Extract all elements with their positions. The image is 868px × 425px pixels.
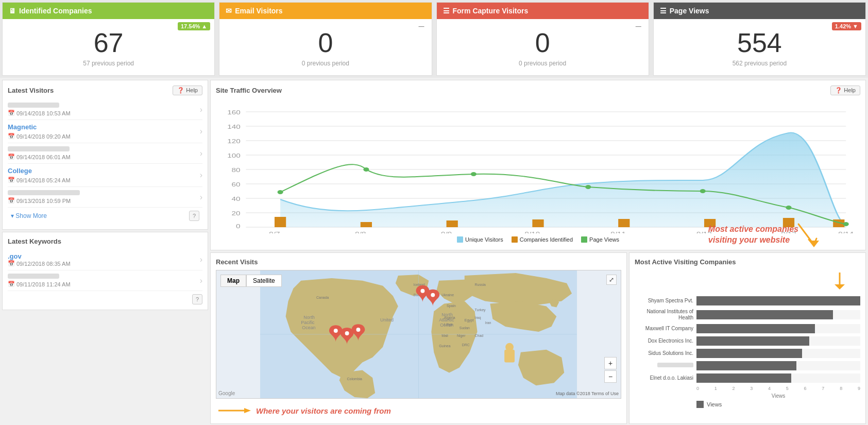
visitor-item[interactable]: Magnetic 📅 09/14/2018 09:20 AM ›	[8, 120, 202, 143]
card-title-email-visitors: Email Visitors	[235, 7, 282, 15]
svg-text:9/8: 9/8	[355, 231, 366, 233]
card-icon-identified-companies: 🖥	[9, 7, 16, 15]
card-title-form-capture: Form Capture Visitors	[453, 7, 529, 15]
latest-visitors-title: Latest Visitors ❓ Help	[8, 86, 202, 95]
svg-text:60: 60	[232, 181, 241, 188]
map-svg: North Pacific Ocean United North Atlanti…	[216, 270, 621, 398]
card-sub-page-views: 562 previous period	[662, 60, 857, 67]
question-mark-icon[interactable]: ?	[189, 211, 199, 221]
visitor-item[interactable]: 📅 09/14/2018 06:01 AM ›	[8, 143, 202, 164]
visitor-item[interactable]: College 📅 09/14/2018 05:24 AM ›	[8, 164, 202, 187]
zoom-in-button[interactable]: +	[604, 357, 617, 369]
card-badge-email-visitors: —	[416, 22, 428, 30]
legend-label-companies: Companies Identified	[520, 236, 573, 243]
legend-dot-orange	[512, 236, 518, 243]
card-badge-identified-companies: 17.54% ▲	[178, 22, 210, 30]
visitor-date: 📅 09/14/2018 10:53 AM	[8, 110, 200, 116]
axis-tick: 5	[786, 386, 789, 391]
visitor-date: 📅 09/14/2018 05:24 AM	[8, 177, 200, 183]
svg-text:Iran: Iran	[485, 321, 491, 325]
svg-point-28	[471, 172, 476, 176]
chevron-right-icon: ›	[200, 255, 202, 264]
card-header-page-views: ☰ Page Views	[654, 3, 865, 19]
card-header-identified-companies: 🖥 Identified Companies	[3, 3, 214, 19]
axis-tick: 3	[750, 386, 753, 391]
bar-fill	[696, 296, 860, 305]
visitor-info: 📅 09/14/2018 10:53 AM	[8, 103, 200, 116]
latest-visitors-panel: Latest Visitors ❓ Help 📅 09/14/2018 10:5…	[2, 80, 208, 230]
bar-row: Dox Electronics Inc.	[635, 336, 860, 346]
chevron-right-icon: ›	[200, 276, 202, 285]
svg-text:9/11: 9/11	[610, 231, 626, 233]
show-more-visitors[interactable]: ▾ Show More ?	[8, 208, 202, 224]
bar-label: National Institutes of Health	[635, 309, 696, 321]
google-logo: Google	[218, 390, 235, 396]
svg-text:160: 160	[227, 109, 240, 115]
latest-visitors-help[interactable]: ❓ Help	[173, 86, 202, 95]
bar-label	[635, 363, 696, 369]
site-traffic-help[interactable]: ❓ Help	[830, 86, 860, 95]
traffic-chart-svg: 0 20 40 60 80 100 120 140 160	[216, 99, 860, 233]
bottom-row: Recent Visits	[210, 252, 866, 424]
svg-text:100: 100	[227, 152, 240, 159]
most-active-title: Most Active Visiting Companies	[635, 258, 860, 266]
legend-companies: Companies Identified	[512, 236, 573, 243]
card-body-page-views: 1.42% ▼ 554 562 previous period	[654, 19, 865, 75]
svg-text:120: 120	[227, 138, 240, 144]
site-traffic-title: Site Traffic Overview ❓ Help	[216, 86, 860, 95]
keyword-item[interactable]: 📅 09/11/2018 11:24 AM ›	[8, 270, 202, 291]
svg-text:0: 0	[236, 223, 241, 229]
svg-point-71	[334, 329, 338, 333]
axis-tick: 7	[822, 386, 824, 391]
chevron-right-icon: ›	[200, 149, 202, 158]
keyword-info: .gov 📅 09/12/2018 08:35 AM	[8, 252, 200, 267]
visitor-name: College	[8, 167, 80, 175]
map-expand-button[interactable]: ⤢	[606, 275, 617, 285]
latest-visitors-label: Latest Visitors	[8, 87, 54, 94]
bar-label: Sidus Solutions Inc.	[635, 350, 696, 356]
card-number-form-capture: 0	[445, 28, 640, 58]
svg-text:Algeria: Algeria	[444, 316, 455, 320]
bar-row: National Institutes of Health	[635, 309, 860, 321]
axis-tick: 6	[804, 386, 807, 391]
card-badge-form-capture: —	[633, 22, 644, 30]
visitor-item[interactable]: 📅 09/14/2018 10:53 AM ›	[8, 99, 202, 120]
axis-tick: 4	[768, 386, 771, 391]
bar-fill	[696, 336, 809, 346]
svg-rect-18	[275, 217, 286, 227]
satellite-button[interactable]: Satellite	[246, 275, 282, 287]
card-body-email-visitors: — 0 0 previous period	[219, 19, 431, 75]
bar-label: Shyam Spectra Pvt.	[635, 298, 696, 304]
svg-point-27	[363, 167, 369, 172]
visitor-item[interactable]: 📅 09/13/2018 10:59 PM ›	[8, 187, 202, 208]
svg-text:Libya: Libya	[444, 322, 453, 327]
map-button[interactable]: Map	[220, 275, 246, 287]
latest-keywords-title: Latest Keywords	[8, 237, 202, 245]
svg-point-73	[356, 328, 360, 332]
map-attribution: Map data ©2018 Terms of Use	[556, 391, 619, 396]
svg-rect-20	[447, 220, 458, 227]
latest-keywords-label: Latest Keywords	[8, 237, 61, 245]
site-traffic-panel: Site Traffic Overview ❓ Help 0 20 40 60 …	[210, 80, 866, 250]
visitor-info: College 📅 09/14/2018 05:24 AM	[8, 167, 200, 183]
svg-rect-22	[618, 219, 629, 227]
keyword-info: 📅 09/11/2018 11:24 AM	[8, 274, 200, 287]
bar-track	[696, 310, 860, 319]
bar-fill	[696, 373, 791, 383]
zoom-out-button[interactable]: −	[604, 370, 617, 383]
recent-visits-label: Recent Visits	[216, 258, 258, 266]
most-active-panel: Most Active Visiting Companies Shyam Spe…	[629, 252, 866, 424]
keyword-item[interactable]: .gov 📅 09/12/2018 08:35 AM ›	[8, 249, 202, 270]
visitor-info: 📅 09/14/2018 06:01 AM	[8, 146, 200, 160]
svg-text:Mali: Mali	[441, 334, 448, 337]
keywords-question-mark[interactable]: ?	[192, 294, 202, 304]
axis-tick: 8	[840, 386, 842, 391]
legend-dot-blue	[457, 236, 463, 243]
card-header-email-visitors: ✉ Email Visitors	[219, 3, 431, 19]
bar-fill	[696, 310, 833, 319]
svg-text:Ukraine: Ukraine	[441, 293, 454, 297]
card-number-page-views: 554	[662, 28, 857, 58]
bar-row: Sidus Solutions Inc.	[635, 349, 860, 358]
axis-tick: 2	[733, 386, 735, 391]
svg-point-74	[420, 289, 424, 293]
